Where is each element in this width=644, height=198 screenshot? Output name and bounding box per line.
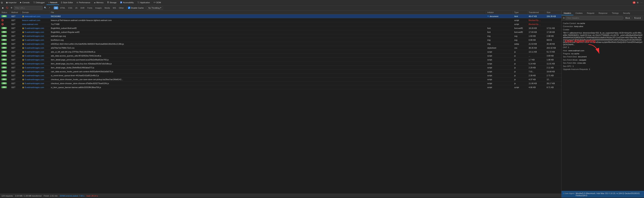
table-row[interactable]: GET beacon.walmart.com beacon.js?bd=beac… bbox=[0, 18, 561, 22]
initiator-cell bbox=[486, 22, 513, 26]
table-row[interactable]: 200 GET 🔒i5.walmartimages.com BogleWeb_s… bbox=[0, 26, 561, 30]
table-row[interactable]: 200 GET 🔒i5.walmartimages.com boxReturn.… bbox=[0, 38, 561, 42]
record-btn[interactable]: ⏺ bbox=[1, 6, 4, 9]
th-transferred[interactable]: Transferred bbox=[527, 10, 545, 14]
th-status[interactable]: Status bbox=[0, 10, 10, 14]
disable-cache-checkbox[interactable] bbox=[128, 7, 130, 9]
th-initiator[interactable]: Initiator bbox=[486, 10, 513, 14]
table-row[interactable]: 200 GET 🔒i5.walmartimages.com cart_data-… bbox=[0, 70, 561, 74]
tab-debugger[interactable]: ⬛ Debugger bbox=[32, 1, 46, 5]
header-value: www.walmart.com bbox=[568, 49, 584, 52]
search-btn[interactable]: 🔍 bbox=[43, 6, 47, 9]
filter-urls-input[interactable] bbox=[14, 6, 42, 10]
method-cell: GET bbox=[10, 14, 21, 18]
rp-tab-security[interactable]: Security bbox=[621, 11, 632, 15]
dom-icon: <> bbox=[154, 1, 156, 3]
regex-btn[interactable]: .* bbox=[48, 6, 51, 9]
status-badge: 200 bbox=[2, 39, 7, 41]
filter-ws[interactable]: WS bbox=[112, 6, 117, 9]
filter-other[interactable]: Other bbox=[118, 6, 125, 9]
table-row[interactable]: 200 GET 🔒i5.walmartimages.com ads_data-a… bbox=[0, 54, 561, 58]
file-cell: beacon.js?bd=beacon.walmart.com&bh=beaco… bbox=[50, 18, 486, 22]
table-row[interactable]: 200 GET 🔒i5.walmartimages.com checkout_s… bbox=[0, 82, 561, 85]
tab-console[interactable]: ▶ Console bbox=[18, 1, 31, 5]
resend-button[interactable]: Resend bbox=[632, 16, 642, 19]
rp-tab-timings[interactable]: Timings bbox=[610, 11, 621, 15]
table-row[interactable]: 200 GET 🔒i5.walmartimages.com ui_item_qu… bbox=[0, 85, 561, 89]
toolbar-right: 4 ⧉ ⋯ bbox=[633, 1, 643, 4]
domain-text: www.walmart.com bbox=[22, 23, 38, 25]
rp-tab-request[interactable]: Request bbox=[585, 11, 596, 15]
network-panel: Status Method Domain File Initiator Type… bbox=[0, 10, 561, 198]
inspector-icon: ◉ bbox=[6, 1, 8, 4]
tab-network[interactable]: ↕ Network bbox=[46, 0, 59, 5]
tab-storage[interactable]: 🗄 Storage bbox=[105, 1, 118, 5]
block-button[interactable]: Block bbox=[624, 16, 632, 19]
ua-label: User-Agent: bbox=[564, 192, 575, 197]
lock-icon: 🔒 bbox=[22, 75, 24, 76]
table-row[interactable]: 200 GET 🔒i5.walmartimages.com item_detai… bbox=[0, 58, 561, 62]
filter-css[interactable]: CSS bbox=[67, 6, 74, 9]
tab-performance[interactable]: ◎ Performance bbox=[75, 1, 92, 5]
chevron-down-icon: ▾ bbox=[160, 7, 161, 9]
header-value: cross-site bbox=[577, 62, 586, 64]
request-count: 124 requests bbox=[2, 195, 13, 197]
table-row[interactable]: 200 GET 🔒i5.walmartimages.com item_detai… bbox=[0, 66, 561, 70]
table-row[interactable]: 200 GET 🔒i5.walmartimages.com e663f2a1-9… bbox=[0, 42, 561, 46]
tab-memory[interactable]: ☁ Memory bbox=[92, 1, 105, 5]
file-cell: 592161882 bbox=[50, 14, 486, 18]
filter-html[interactable]: HTML bbox=[59, 6, 66, 9]
th-size[interactable]: Size bbox=[545, 10, 561, 14]
toolbar-divider-1 bbox=[52, 6, 52, 9]
table-row[interactable]: GET www.walmart.com 7cc77488 script Bloc… bbox=[0, 22, 561, 26]
filter-js[interactable]: JS bbox=[74, 6, 78, 9]
header-filter-input[interactable] bbox=[566, 16, 623, 20]
transferred-cell: 48.47 KB bbox=[527, 14, 545, 18]
rp-tab-headers[interactable]: Headers bbox=[562, 11, 574, 15]
table-row[interactable]: 200 GET 🔒i5.walmartimages.com ads_ui_btf… bbox=[0, 50, 561, 54]
tab-dom[interactable]: <> DOM bbox=[152, 1, 162, 5]
table-row[interactable]: 200 GET 🔒i5.walmartimages.com checkout_s… bbox=[0, 78, 561, 82]
responsive-design-btn[interactable]: ⧉ bbox=[636, 1, 639, 4]
filter-images[interactable]: Images bbox=[94, 6, 103, 9]
lock-icon: 🔒 bbox=[22, 27, 24, 29]
filter-fonts[interactable]: Fonts bbox=[86, 6, 94, 9]
more-options-btn[interactable]: ⋯ bbox=[640, 1, 643, 4]
table-row[interactable]: 200 GET 🔒 www.walmart.com 592161882 ≋ do… bbox=[0, 14, 561, 18]
table-row[interactable]: 200 GET 🔒i5.walmartimages.com ui_event-t… bbox=[0, 74, 561, 78]
tab-application[interactable]: ⬛ Application bbox=[136, 1, 152, 5]
th-type[interactable]: Type bbox=[513, 10, 527, 14]
type-cell: script bbox=[513, 18, 527, 22]
filter-xhr[interactable]: XHR bbox=[79, 6, 86, 9]
accessibility-icon: ♿ bbox=[120, 1, 122, 3]
table-row[interactable]: 200 GET 🔒i5.walmartimages.com BogleWeb_s… bbox=[0, 30, 561, 34]
transferred-size: 3.04 MB / 1.08 MB transferred bbox=[15, 195, 42, 197]
filter-btn[interactable]: ⚙ bbox=[10, 6, 13, 9]
rp-tab-cookies[interactable]: Cookies bbox=[574, 11, 585, 15]
tab-accessibility[interactable]: ♿ Accessibility bbox=[118, 1, 136, 5]
table-row[interactable]: 200 GET 🔒i5.walmartimages.com a5d7fda7dc… bbox=[0, 46, 561, 50]
filter-all[interactable]: All bbox=[54, 6, 58, 9]
blocked-icon bbox=[2, 19, 4, 21]
rp-tab-response[interactable]: Response bbox=[596, 11, 610, 15]
th-method[interactable]: Method bbox=[10, 10, 21, 14]
lock-icon: 🔒 bbox=[22, 67, 24, 69]
throttling-btn[interactable]: No Throttling ▾ bbox=[147, 6, 163, 9]
header-value: 1 bbox=[573, 65, 574, 68]
lock-icon: 🔒 bbox=[22, 55, 24, 57]
table-row[interactable]: 200 GET 🔒i5.walmartimages.com walmartLog… bbox=[0, 34, 561, 38]
disable-cache-label[interactable]: Disable Cache bbox=[128, 7, 144, 9]
filter-media[interactable]: Media bbox=[104, 6, 111, 9]
th-file[interactable]: File bbox=[50, 10, 486, 14]
th-domain[interactable]: Domain bbox=[21, 10, 50, 14]
status-badge: 200 bbox=[2, 67, 7, 69]
table-row[interactable]: 200 GET 🔒i5.walmartimages.com item_detai… bbox=[0, 62, 561, 66]
header-name: Upgrade-Insecure-Requests: bbox=[563, 68, 588, 71]
tab-style-editor[interactable]: {} Style Editor bbox=[59, 1, 75, 5]
tab-inspector[interactable]: ◉ Inspector bbox=[4, 0, 18, 5]
clear-btn[interactable]: 🚫 bbox=[5, 6, 9, 9]
initiator-cell: ≋ document bbox=[486, 14, 513, 18]
transferred-cell: Blocked By ... bbox=[527, 18, 545, 22]
header-name: Cookie: bbox=[563, 28, 570, 31]
lock-icon: 🔒 bbox=[22, 35, 24, 37]
